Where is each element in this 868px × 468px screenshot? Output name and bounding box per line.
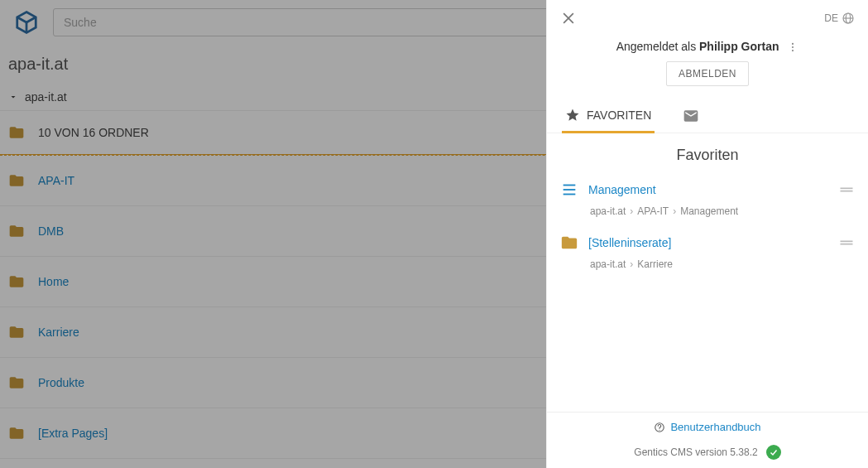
logged-in-label: Angemeldet als Philipp Gortan — [560, 40, 855, 53]
user-more-icon[interactable] — [787, 41, 798, 53]
logged-in-name: Philipp Gortan — [699, 40, 779, 53]
modal-backdrop[interactable] — [0, 0, 546, 468]
favorite-item[interactable]: Managementapa-it.at›APA-IT›Management — [547, 174, 868, 227]
help-link[interactable]: Benutzerhandbuch — [670, 421, 760, 433]
status-ok-icon — [766, 445, 781, 460]
language-code: DE — [824, 12, 838, 24]
drag-handle-icon[interactable] — [838, 181, 855, 198]
svg-rect-16 — [841, 241, 853, 243]
globe-icon — [842, 12, 855, 25]
language-switch[interactable]: DE — [824, 12, 855, 25]
close-icon[interactable] — [560, 10, 577, 27]
tab-messages[interactable] — [679, 99, 703, 133]
folder-icon — [560, 234, 578, 252]
svg-point-10 — [792, 50, 794, 51]
favorite-item[interactable]: [Stelleninserate]apa-it.at›Karriere — [547, 227, 868, 280]
svg-rect-15 — [841, 191, 853, 192]
drag-handle-icon[interactable] — [838, 234, 855, 251]
mail-icon — [683, 108, 699, 124]
svg-rect-11 — [563, 185, 576, 186]
favorite-name: [Stelleninserate] — [588, 236, 828, 249]
svg-rect-13 — [563, 194, 576, 195]
svg-rect-12 — [563, 189, 576, 191]
svg-rect-17 — [841, 244, 853, 245]
tab-favorites[interactable]: FAVORITEN — [562, 99, 655, 133]
svg-rect-14 — [841, 188, 853, 190]
version-text: Gentics CMS version 5.38.2 — [634, 446, 757, 458]
favorite-name: Management — [588, 183, 828, 196]
breadcrumb: apa-it.at›Karriere — [590, 258, 855, 270]
logout-button[interactable]: ABMELDEN — [666, 61, 749, 86]
svg-point-8 — [792, 43, 794, 45]
star-icon — [565, 108, 580, 123]
breadcrumb: apa-it.at›APA-IT›Management — [590, 205, 855, 217]
tab-favorites-label: FAVORITEN — [587, 109, 651, 122]
logged-in-prefix: Angemeldet als — [616, 40, 699, 53]
user-panel: DE Angemeldet als Philipp Gortan ABMELDE… — [546, 0, 868, 468]
svg-point-9 — [792, 46, 794, 48]
help-icon — [654, 422, 665, 433]
favorites-heading: Favoriten — [547, 147, 868, 164]
svg-point-19 — [659, 429, 660, 430]
page-icon — [560, 181, 578, 199]
